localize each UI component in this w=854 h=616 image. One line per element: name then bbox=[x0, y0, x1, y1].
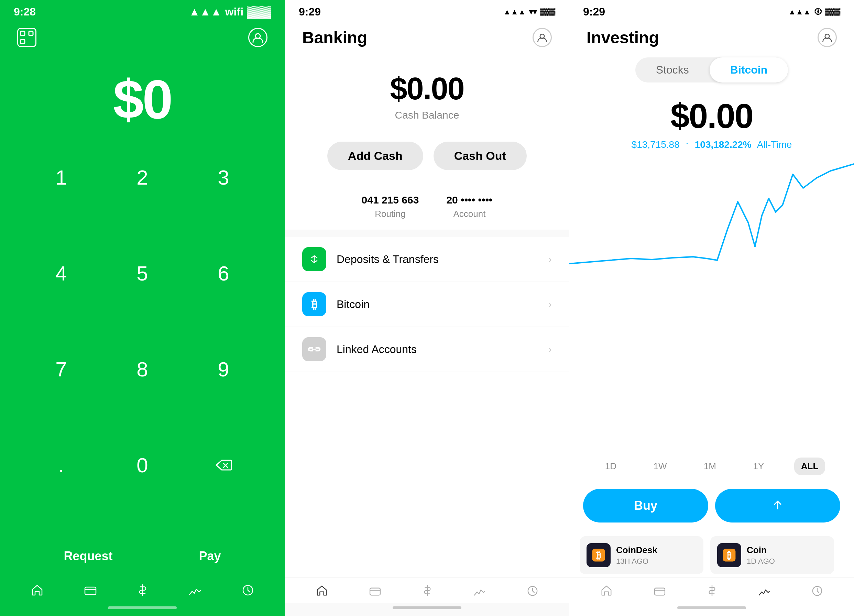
stat-period: All-Time bbox=[757, 139, 792, 150]
nav-dollar-3[interactable] bbox=[707, 585, 717, 599]
nav-home-1[interactable] bbox=[31, 584, 43, 599]
buy-label: Buy bbox=[634, 499, 657, 513]
nav-clock-1[interactable] bbox=[242, 584, 254, 599]
send-icon bbox=[772, 500, 784, 511]
linked-icon bbox=[302, 337, 326, 361]
svg-rect-1 bbox=[29, 31, 33, 35]
key-6[interactable]: 6 bbox=[183, 255, 264, 292]
cash-balance-section: $0.00 Cash Balance bbox=[285, 57, 569, 131]
key-5[interactable]: 5 bbox=[102, 255, 183, 292]
cash-out-button[interactable]: Cash Out bbox=[433, 142, 527, 170]
profile-button-3[interactable] bbox=[817, 28, 837, 47]
list-item-linked[interactable]: Linked Accounts › bbox=[285, 327, 569, 372]
range-1m[interactable]: 1M bbox=[697, 457, 723, 475]
news-card-coindesk[interactable]: ₿ CoinDesk 13H AGO bbox=[580, 536, 703, 574]
nav-card-1[interactable] bbox=[84, 585, 97, 599]
range-1w[interactable]: 1W bbox=[647, 457, 674, 475]
home-indicator-2 bbox=[393, 606, 461, 609]
linked-label: Linked Accounts bbox=[337, 343, 548, 356]
investing-title: Investing bbox=[587, 28, 659, 47]
numpad: 1 2 3 4 5 6 7 8 9 . 0 bbox=[0, 159, 285, 542]
list-item-deposits[interactable]: Deposits & Transfers › bbox=[285, 237, 569, 282]
key-9[interactable]: 9 bbox=[183, 350, 264, 388]
battery-icon-2: ▓▓▓ bbox=[540, 8, 555, 16]
list-item-bitcoin[interactable]: ₿ Bitcoin › bbox=[285, 282, 569, 327]
time-2: 9:29 bbox=[299, 6, 321, 18]
chevron-deposits: › bbox=[548, 253, 552, 265]
top-bar-1 bbox=[0, 21, 285, 54]
account-info: 041 215 663 Routing 20 •••• •••• Account bbox=[285, 184, 569, 230]
key-0[interactable]: 0 bbox=[102, 446, 183, 484]
svg-rect-14 bbox=[654, 588, 665, 595]
coindesk-logo: ₿ bbox=[587, 543, 611, 567]
banking-title: Banking bbox=[302, 28, 367, 47]
status-icons-3: ▲▲▲ 🛈 ▓▓▓ bbox=[788, 8, 840, 17]
time-range-row: 1D 1W 1M 1Y ALL bbox=[569, 451, 854, 482]
key-dot[interactable]: . bbox=[21, 446, 102, 484]
banking-list: Deposits & Transfers › ₿ Bitcoin › Linke… bbox=[285, 237, 569, 578]
key-2[interactable]: 2 bbox=[102, 159, 183, 196]
signal-icon-3: ▲▲▲ bbox=[788, 8, 811, 17]
chevron-linked: › bbox=[548, 343, 552, 355]
pay-button[interactable]: Pay bbox=[199, 549, 221, 563]
nav-home-3[interactable] bbox=[601, 585, 612, 599]
add-cash-button[interactable]: Add Cash bbox=[327, 142, 423, 170]
status-icons-1: ▲▲▲ wifi ▓▓▓ bbox=[189, 6, 271, 18]
chevron-bitcoin: › bbox=[548, 298, 552, 310]
coin-time: 1D AGO bbox=[747, 557, 827, 566]
account-field: 20 •••• •••• Account bbox=[446, 194, 492, 219]
request-button[interactable]: Request bbox=[64, 549, 113, 563]
nav-invest-1[interactable] bbox=[189, 585, 201, 599]
profile-button-2[interactable] bbox=[532, 28, 552, 47]
coin-logo: ₿ bbox=[717, 543, 741, 567]
coin-info: Coin 1D AGO bbox=[747, 545, 827, 566]
cash-amount-display: $0 bbox=[0, 68, 285, 131]
send-button[interactable] bbox=[715, 489, 840, 523]
nav-invest-3[interactable] bbox=[758, 585, 770, 599]
range-all[interactable]: ALL bbox=[794, 457, 825, 475]
wifi-icon-1: wifi bbox=[225, 6, 243, 18]
key-1[interactable]: 1 bbox=[21, 159, 102, 196]
home-indicator-1 bbox=[108, 606, 177, 609]
range-1y[interactable]: 1Y bbox=[746, 457, 771, 475]
nav-invest-2[interactable] bbox=[474, 585, 485, 599]
home-indicator-3 bbox=[677, 606, 746, 609]
tab-stocks[interactable]: Stocks bbox=[635, 57, 710, 82]
key-8[interactable]: 8 bbox=[102, 350, 183, 388]
tab-bitcoin[interactable]: Bitcoin bbox=[710, 57, 788, 82]
nav-clock-3[interactable] bbox=[812, 585, 823, 599]
nav-clock-2[interactable] bbox=[527, 585, 538, 599]
nav-home-2[interactable] bbox=[316, 585, 328, 599]
tabs-row: Stocks Bitcoin bbox=[569, 54, 854, 89]
nav-card-2[interactable] bbox=[369, 585, 381, 599]
bottom-nav-2 bbox=[285, 578, 569, 603]
buy-button[interactable]: Buy bbox=[583, 489, 708, 523]
cash-balance-amount: $0.00 bbox=[285, 71, 569, 107]
routing-label: Routing bbox=[362, 209, 419, 219]
stat-arrow-icon: ↑ bbox=[685, 140, 689, 149]
signal-icon-1: ▲▲▲ bbox=[189, 6, 222, 18]
investing-header: Investing bbox=[569, 21, 854, 54]
key-backspace[interactable] bbox=[183, 446, 264, 484]
tab-pill: Stocks Bitcoin bbox=[635, 57, 788, 82]
screen-banking: 9:29 ▲▲▲ ▾▾ ▓▓▓ Banking $0.00 Cash Balan… bbox=[285, 0, 569, 616]
account-number: 20 •••• •••• bbox=[446, 194, 492, 206]
chart-svg bbox=[569, 160, 854, 278]
status-bar-3: 9:29 ▲▲▲ 🛈 ▓▓▓ bbox=[569, 0, 854, 21]
svg-text:₿: ₿ bbox=[596, 550, 601, 561]
range-1d[interactable]: 1D bbox=[598, 457, 623, 475]
time-3: 9:29 bbox=[583, 6, 605, 18]
stat-change: 103,182.22% bbox=[695, 139, 752, 150]
key-3[interactable]: 3 bbox=[183, 159, 264, 196]
profile-button-1[interactable] bbox=[248, 28, 267, 47]
nav-dollar-2[interactable] bbox=[422, 585, 432, 599]
key-4[interactable]: 4 bbox=[21, 255, 102, 292]
news-card-coin[interactable]: ₿ Coin 1D AGO bbox=[710, 536, 834, 574]
nav-dollar-1[interactable] bbox=[137, 584, 148, 599]
time-1: 9:28 bbox=[14, 6, 36, 18]
deposits-label: Deposits & Transfers bbox=[337, 253, 548, 266]
nav-card-3[interactable] bbox=[654, 585, 666, 599]
scan-button[interactable] bbox=[17, 28, 37, 47]
stat-price: $13,715.88 bbox=[631, 139, 680, 150]
key-7[interactable]: 7 bbox=[21, 350, 102, 388]
